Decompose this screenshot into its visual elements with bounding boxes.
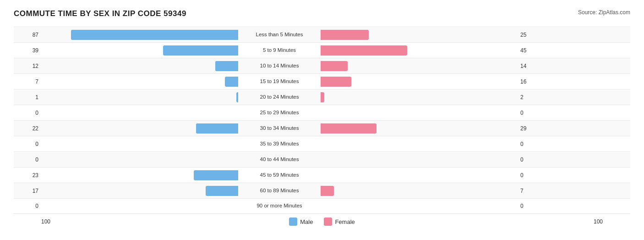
legend-male: Male	[289, 218, 313, 226]
male-value: 7	[14, 78, 41, 85]
right-bar-container	[321, 77, 518, 87]
chart-source: Source: ZipAtlas.com	[578, 9, 630, 16]
row-label: 40 to 44 Minutes	[238, 156, 321, 163]
left-bar-container	[41, 45, 238, 56]
chart-title: COMMUTE TIME BY SEX IN ZIP CODE 59349	[14, 9, 186, 18]
table-row: 1 20 to 24 Minutes 2	[14, 89, 630, 105]
female-value: 2	[518, 94, 545, 100]
row-label: 15 to 19 Minutes	[238, 78, 321, 85]
female-value: 14	[518, 63, 545, 69]
male-value: 0	[14, 110, 41, 116]
table-row: 0 40 to 44 Minutes 0	[14, 151, 630, 167]
right-bar-container	[321, 92, 518, 102]
legend-female: Female	[324, 218, 355, 226]
female-value: 29	[518, 125, 545, 132]
right-bar-container	[321, 108, 518, 118]
female-value: 45	[518, 47, 545, 54]
female-value: 0	[518, 110, 545, 116]
left-bar-container	[41, 30, 238, 40]
row-label: 90 or more Minutes	[238, 203, 321, 209]
male-bar	[163, 45, 238, 56]
row-label: 30 to 34 Minutes	[238, 125, 321, 132]
table-row: 87 Less than 5 Minutes 25	[14, 27, 630, 42]
row-label: 45 to 59 Minutes	[238, 172, 321, 179]
left-bar-container	[41, 186, 238, 196]
female-value: 7	[518, 188, 545, 194]
female-bar	[321, 77, 351, 87]
right-bar-container	[321, 170, 518, 180]
left-bar-container	[41, 170, 238, 180]
male-value: 0	[14, 141, 41, 147]
right-bar-container	[321, 186, 518, 196]
male-bar	[194, 170, 238, 180]
table-row: 0 25 to 29 Minutes 0	[14, 105, 630, 120]
male-value: 39	[14, 47, 41, 54]
male-bar	[71, 30, 238, 40]
table-row: 17 60 to 89 Minutes 7	[14, 183, 630, 198]
female-bar	[321, 61, 348, 71]
table-row: 22 30 to 34 Minutes 29	[14, 120, 630, 136]
left-bar-container	[41, 155, 238, 165]
left-bar-container	[41, 92, 238, 102]
female-bar	[321, 186, 334, 196]
legend-row: 100 Male Female 100	[14, 218, 630, 226]
left-bar-container	[41, 61, 238, 71]
table-row: 0 90 or more Minutes 0	[14, 198, 630, 214]
right-bar-container	[321, 139, 518, 149]
female-bar	[321, 45, 407, 56]
female-value: 25	[518, 32, 545, 38]
row-label: 60 to 89 Minutes	[238, 188, 321, 194]
left-bar-container	[41, 123, 238, 134]
male-bar	[206, 186, 238, 196]
male-label: Male	[300, 218, 313, 225]
chart-container: COMMUTE TIME BY SEX IN ZIP CODE 59349 So…	[14, 9, 630, 226]
female-value: 16	[518, 78, 545, 85]
table-row: 7 15 to 19 Minutes 16	[14, 73, 630, 89]
right-bar-container	[321, 123, 518, 134]
left-bar-container	[41, 77, 238, 87]
row-label: 10 to 14 Minutes	[238, 63, 321, 69]
table-row: 0 35 to 39 Minutes 0	[14, 136, 630, 151]
male-value: 1	[14, 94, 41, 100]
left-bar-container	[41, 108, 238, 118]
male-value: 17	[14, 188, 41, 194]
male-value: 22	[14, 125, 41, 132]
left-bar-container	[41, 139, 238, 149]
axis-max-label: 100	[575, 218, 603, 225]
legend-center: Male Female	[69, 218, 575, 226]
right-bar-container	[321, 30, 518, 40]
male-swatch	[289, 218, 297, 226]
row-label: 20 to 24 Minutes	[238, 94, 321, 100]
male-value: 0	[14, 203, 41, 209]
female-value: 0	[518, 141, 545, 147]
axis-min-label: 100	[41, 218, 69, 225]
male-bar	[215, 61, 238, 71]
table-row: 23 45 to 59 Minutes 0	[14, 167, 630, 183]
row-label: 5 to 9 Minutes	[238, 47, 321, 54]
row-label: 25 to 29 Minutes	[238, 110, 321, 116]
male-value: 23	[14, 172, 41, 179]
male-value: 87	[14, 32, 41, 38]
right-bar-container	[321, 155, 518, 165]
right-bar-container	[321, 201, 518, 211]
female-value: 0	[518, 172, 545, 179]
male-bar	[225, 77, 238, 87]
female-label: Female	[335, 218, 355, 225]
chart-area: 87 Less than 5 Minutes 25 39 5 to 9 Minu…	[14, 27, 630, 214]
female-swatch	[324, 218, 332, 226]
right-bar-container	[321, 61, 518, 71]
female-bar	[321, 30, 369, 40]
male-value: 0	[14, 156, 41, 163]
left-bar-container	[41, 201, 238, 211]
row-label: Less than 5 Minutes	[238, 32, 321, 38]
female-bar	[321, 123, 377, 134]
right-bar-container	[321, 45, 518, 56]
female-bar	[321, 92, 324, 102]
chart-header: COMMUTE TIME BY SEX IN ZIP CODE 59349 So…	[14, 9, 630, 18]
female-value: 0	[518, 156, 545, 163]
table-row: 39 5 to 9 Minutes 45	[14, 42, 630, 58]
female-value: 0	[518, 203, 545, 209]
row-label: 35 to 39 Minutes	[238, 141, 321, 147]
male-value: 12	[14, 63, 41, 69]
male-bar	[196, 123, 238, 134]
